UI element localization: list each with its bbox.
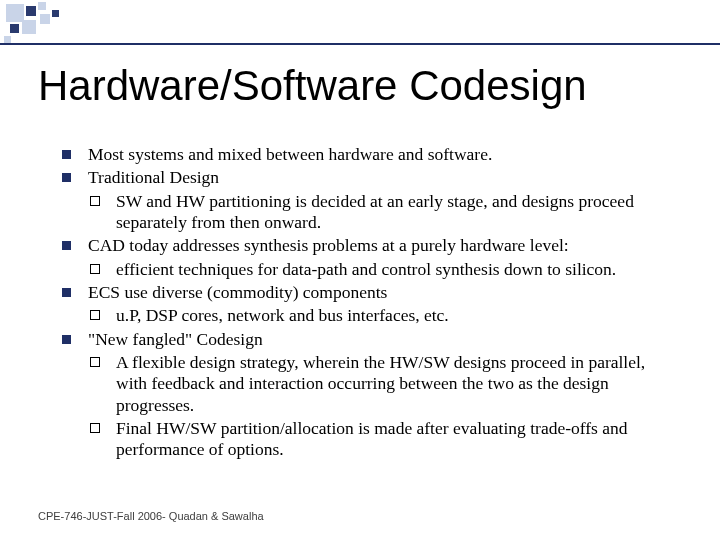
bullet-level2: A flexible design strategy, wherein the … <box>60 352 680 416</box>
slide-body: Most systems and mixed between hardware … <box>60 144 680 463</box>
bullet-level1: "New fangled" Codesign <box>60 329 680 350</box>
bullet-level2: u.P, DSP cores, network and bus interfac… <box>60 305 680 326</box>
bullet-level1: Most systems and mixed between hardware … <box>60 144 680 165</box>
slide-footer: CPE-746-JUST-Fall 2006- Quadan & Sawalha <box>38 510 264 522</box>
bullet-level1: ECS use diverse (commodity) components <box>60 282 680 303</box>
bullet-level2: efficient techniques for data-path and c… <box>60 259 680 280</box>
bullet-level2: Final HW/SW partition/allocation is made… <box>60 418 680 461</box>
bullet-level2: SW and HW partitioning is decided at an … <box>60 191 680 234</box>
bullet-level1: Traditional Design <box>60 167 680 188</box>
slide-title: Hardware/Software Codesign <box>38 62 587 110</box>
header-divider <box>0 43 720 45</box>
corner-decoration <box>0 0 100 45</box>
bullet-level1: CAD today addresses synthesis problems a… <box>60 235 680 256</box>
